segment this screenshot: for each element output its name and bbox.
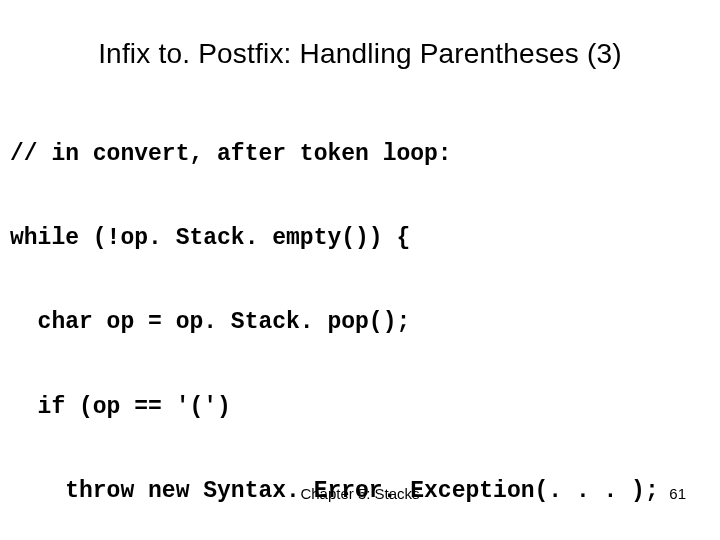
code-block: // in convert, after token loop: while (… [0, 84, 720, 540]
footer-page-number: 61 [669, 485, 686, 502]
code-line: if (op == '(') [10, 393, 720, 421]
footer-chapter: Chapter 5: Stacks [0, 485, 720, 502]
slide: Infix to. Postfix: Handling Parentheses … [0, 0, 720, 540]
code-line: char op = op. Stack. pop(); [10, 308, 720, 336]
code-line: while (!op. Stack. empty()) { [10, 224, 720, 252]
slide-title: Infix to. Postfix: Handling Parentheses … [0, 0, 720, 84]
code-line: // in convert, after token loop: [10, 140, 720, 168]
